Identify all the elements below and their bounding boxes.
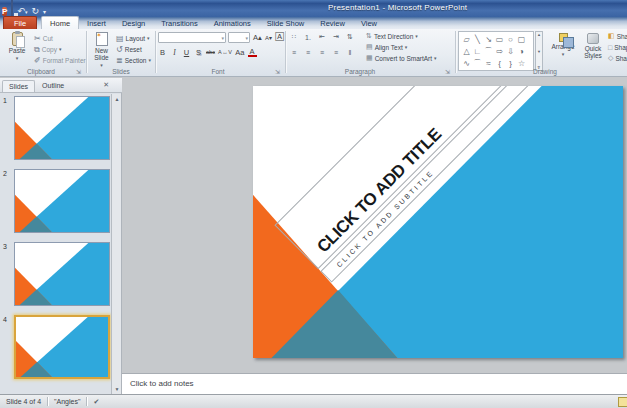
copy-button[interactable]: ⧉ Copy ▾ [34, 44, 61, 54]
decrease-indent-icon[interactable]: ⇤ [317, 33, 327, 41]
oval-shape-icon[interactable]: ○ [505, 34, 516, 45]
align-left-icon[interactable]: ≡ [289, 49, 299, 56]
slide-2-thumbnail[interactable] [14, 169, 110, 233]
star-shape-icon[interactable]: ☆ [516, 58, 527, 69]
line-shape-icon[interactable]: ╲ [472, 34, 483, 45]
slide-4-thumbnail[interactable] [14, 315, 110, 379]
tab-home[interactable]: Home [41, 16, 79, 29]
font-dialog-launcher[interactable]: ⇲ [275, 69, 280, 75]
freeform-shape-icon[interactable]: ∿ [461, 58, 472, 69]
increase-indent-icon[interactable]: ⇥ [331, 33, 341, 41]
left-brace-shape-icon[interactable]: { [494, 58, 505, 69]
paragraph-buttons-row1: ∷1.⇤⇥⇅ [289, 32, 355, 42]
shape-outline-button[interactable]: □ Shape Outline [608, 42, 627, 52]
shrink-font-button[interactable]: A▾ [264, 32, 273, 42]
paragraph-group-label: Paragraph [330, 68, 390, 75]
powerpoint-app-icon[interactable]: P [2, 0, 7, 18]
font-color-icon[interactable]: A [248, 48, 257, 57]
diagonal-line-shape-icon[interactable]: ↘ [483, 34, 494, 45]
tab-design[interactable]: Design [114, 17, 153, 29]
triangle-shape-icon[interactable]: △ [461, 46, 472, 57]
arrange-button[interactable]: Arrange ▾ [548, 33, 578, 57]
italic-icon[interactable]: I [170, 48, 179, 57]
curve-shape-icon[interactable]: ≈ [483, 58, 494, 69]
strikethrough-icon[interactable]: abc [206, 49, 215, 55]
panel-tab-slides[interactable]: Slides [2, 80, 35, 92]
new-slide-button[interactable]: New Slide ▾ [89, 32, 114, 68]
select-shape-icon[interactable]: ▱ [461, 34, 472, 45]
shapes-gallery-scroll[interactable]: ▲ ▼ ⊽ [535, 31, 543, 71]
gallery-scroll-down-icon[interactable]: ▼ [537, 49, 541, 54]
quick-styles-button[interactable]: Quick Styles [580, 33, 606, 59]
layout-button[interactable]: ▤ Layout ▾ [116, 33, 150, 43]
tab-animations[interactable]: Animations [206, 17, 259, 29]
thumbnails-scrollbar[interactable]: ▲ ▼ [111, 94, 121, 394]
align-center-icon[interactable]: ≡ [303, 49, 313, 56]
paste-dropdown-arrow[interactable]: ▾ [16, 55, 19, 61]
character-spacing-icon[interactable]: A↔V [218, 49, 232, 55]
clear-formatting-button[interactable]: 🄰 [275, 32, 284, 42]
font-size-dropdown-arrow[interactable]: ▾ [245, 35, 248, 41]
columns-icon[interactable]: ‖ [345, 49, 355, 56]
normal-view-icon[interactable] [618, 397, 627, 407]
font-name-dropdown-arrow[interactable]: ▾ [221, 35, 224, 41]
ribbon: Paste ▾ ✂ Cut ⧉ Copy ▾ ✐ Format Painter … [0, 29, 627, 77]
slide-1-thumbnail[interactable] [14, 96, 110, 160]
panel-tab-outline[interactable]: Outline [35, 79, 71, 92]
tab-insert[interactable]: Insert [79, 17, 114, 29]
text-shadow-icon[interactable]: S [194, 48, 203, 57]
save-icon[interactable] [11, 0, 13, 18]
align-text-button[interactable]: ▤ Align Text ▾ [366, 42, 407, 52]
underline-icon[interactable]: U [182, 48, 191, 57]
clipboard-dialog-launcher[interactable]: ⇲ [76, 69, 81, 75]
right-brace-shape-icon[interactable]: } [505, 58, 516, 69]
format-painter-button[interactable]: ✐ Format Painter [34, 55, 86, 65]
slide-3-thumbnail[interactable] [14, 242, 110, 306]
align-right-icon[interactable]: ≡ [317, 49, 327, 56]
customize-quick-access-toolbar-icon[interactable]: ▾ [43, 0, 46, 18]
rectangle-shape-icon[interactable]: ▭ [494, 34, 505, 45]
font-size-combo[interactable]: ▾ [228, 32, 250, 43]
down-arrow-shape-icon[interactable]: ⇩ [505, 46, 516, 57]
slides-group-label: Slides [92, 68, 150, 75]
paragraph-dialog-launcher[interactable]: ⇲ [445, 69, 450, 75]
cut-button[interactable]: ✂ Cut [34, 33, 53, 43]
shape-fill-button[interactable]: ◧ Shape Fill [608, 31, 627, 41]
panel-close-icon[interactable]: ✕ [103, 81, 109, 89]
notes-pane[interactable]: Click to add notes [122, 373, 627, 394]
undo-icon[interactable]: ↶▾ [17, 0, 27, 18]
curved-connector-shape-icon[interactable]: ⌒ [483, 46, 494, 57]
bullets-icon[interactable]: ∷ [289, 33, 299, 41]
spell-check-icon[interactable]: ✔ [87, 398, 105, 406]
tab-slide-show[interactable]: Slide Show [259, 17, 313, 29]
right-arrow-shape-icon[interactable]: ⇨ [494, 46, 505, 57]
theme-name[interactable]: "Angles" [48, 398, 86, 405]
pie-shape-icon[interactable]: ◑ [516, 46, 527, 57]
change-case-icon[interactable]: Aa [235, 48, 244, 57]
tab-file[interactable]: File [3, 16, 37, 29]
gallery-scroll-up-icon[interactable]: ▲ [537, 32, 541, 37]
arc-shape-icon[interactable]: ⌒ [472, 58, 483, 69]
elbow-connector-shape-icon[interactable]: ∟ [472, 46, 483, 57]
quick-access-toolbar: P↶▾↻▾ [2, 1, 46, 16]
grow-font-button[interactable]: A▴ [253, 32, 262, 42]
redo-icon[interactable]: ↻ [31, 0, 39, 18]
font-name-combo[interactable]: ▾ [158, 32, 226, 43]
paste-button[interactable]: Paste ▾ [4, 32, 30, 61]
reset-button[interactable]: ↺ Reset [116, 44, 142, 54]
justify-icon[interactable]: ≡ [331, 49, 341, 56]
line-spacing-icon[interactable]: ⇅ [345, 33, 355, 41]
tab-review[interactable]: Review [312, 17, 353, 29]
scroll-down-icon[interactable]: ▼ [113, 386, 121, 392]
bold-icon[interactable]: B [158, 48, 167, 57]
shape-effects-button[interactable]: ◇ Shape Effects [608, 53, 627, 63]
tab-view[interactable]: View [353, 17, 385, 29]
section-button[interactable]: ≣ Section ▾ [116, 55, 151, 65]
text-direction-button[interactable]: ⇅ Text Direction ▾ [366, 31, 418, 41]
convert-to-smartart-button[interactable]: ▦ Convert to SmartArt ▾ [366, 53, 437, 63]
numbering-icon[interactable]: 1. [303, 34, 313, 41]
scroll-up-icon[interactable]: ▲ [113, 96, 121, 102]
slide-canvas[interactable]: CLICK TO ADD TITLE CLICK TO ADD SUBTITLE [253, 86, 623, 358]
tab-transitions[interactable]: Transitions [153, 17, 205, 29]
rounded-rectangle-shape-icon[interactable]: ▢ [516, 34, 527, 45]
